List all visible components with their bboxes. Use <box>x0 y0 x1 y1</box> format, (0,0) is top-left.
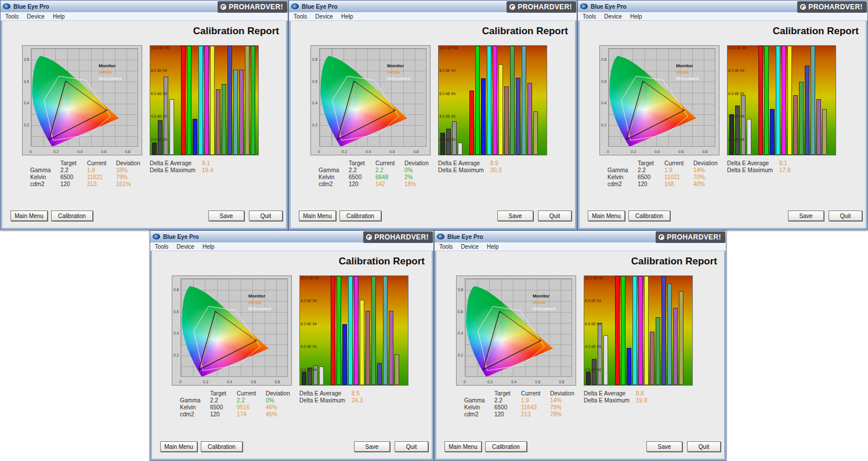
bar-axis-label: 6.0 dE 94 <box>585 322 601 326</box>
quit-button[interactable]: Quit <box>249 210 283 221</box>
bar-axis-label: 2.0 dE 94 <box>151 137 167 141</box>
main-menu-button[interactable]: Main Menu <box>444 441 482 452</box>
delta-e-bar <box>498 64 503 155</box>
cie-x-tick: 0.6 <box>251 380 256 384</box>
calibration-button[interactable]: Calibration <box>485 441 527 452</box>
client-area: Calibration Report MonitorsRGBISOcoated … <box>291 21 575 228</box>
delta-e-bar <box>586 372 591 385</box>
bar-axis-label: 10.0 dE 94 <box>728 46 746 50</box>
menu-item-help[interactable]: Help <box>630 13 642 20</box>
main-menu-button[interactable]: Main Menu <box>10 210 48 221</box>
delta-e-bar <box>793 95 798 155</box>
cie-x-tick: 0 <box>464 380 466 384</box>
bar-axis-label: 4.0 dE 94 <box>728 114 744 118</box>
menu-item-help[interactable]: Help <box>202 244 215 250</box>
cie-y-tick: 0.2 <box>312 123 317 127</box>
kelvin-target: 6500 <box>60 174 87 181</box>
title-bar[interactable]: Blue Eye Pro PROHARDVER! <box>289 1 577 12</box>
delta-e-bar <box>533 111 538 155</box>
cie-y-tick: 0.2 <box>173 353 179 357</box>
save-button[interactable]: Save <box>497 210 533 221</box>
legend-srgb: sRGB <box>387 69 410 75</box>
menu-item-device[interactable]: Device <box>604 13 622 20</box>
delta-e-bar <box>656 317 660 385</box>
main-menu-button[interactable]: Main Menu <box>588 210 625 221</box>
cie-y-tick: 0.8 <box>173 288 179 292</box>
delta-e-bar <box>621 276 625 385</box>
bar-axis-label: 10.0 dE 94 <box>585 276 603 280</box>
menu-item-tools[interactable]: Tools <box>294 13 307 20</box>
calibration-button[interactable]: Calibration <box>339 210 381 221</box>
title-bar[interactable]: Blue Eye Pro PROHARDVER! <box>1 1 288 12</box>
cie-y-tick: 0.4 <box>173 331 179 335</box>
col-header-current: Current <box>237 390 266 397</box>
menu-item-tools[interactable]: Tools <box>155 244 168 250</box>
gamma-deviation: 0% <box>266 397 299 404</box>
title-bar[interactable]: Blue Eye Pro PROHARDVER! <box>435 231 726 242</box>
save-button[interactable]: Save <box>354 441 390 452</box>
delta-e-bar <box>510 46 515 155</box>
delta-e-bar <box>522 46 526 155</box>
main-menu-button[interactable]: Main Menu <box>160 441 197 452</box>
menu-item-help[interactable]: Help <box>341 13 353 20</box>
menu-item-tools[interactable]: Tools <box>5 13 19 20</box>
quit-button[interactable]: Quit <box>538 210 572 221</box>
save-button[interactable]: Save <box>646 441 682 452</box>
delta-e-bar <box>371 276 376 385</box>
menu-item-help[interactable]: Help <box>487 244 499 250</box>
delta-e-bar <box>251 46 255 155</box>
prohardver-label: PROHARDVER! <box>667 233 721 241</box>
cie-y-tick: 0.6 <box>312 79 317 84</box>
col-header-target: Target <box>210 390 237 397</box>
menu-item-device[interactable]: Device <box>176 244 194 250</box>
delta-e-average-value: 9.1 <box>202 160 213 167</box>
menu-item-device[interactable]: Device <box>315 13 333 20</box>
quit-button[interactable]: Quit <box>829 210 862 221</box>
menu-item-tools[interactable]: Tools <box>439 244 453 250</box>
delta-e-bar <box>319 366 324 385</box>
delta-e-bar <box>395 354 399 385</box>
delta-e-bar <box>337 276 341 385</box>
delta-e-bar <box>481 78 486 155</box>
gamma-target: 2.2 <box>60 167 87 174</box>
legend-srgb: sRGB <box>676 69 699 75</box>
kelvin-current: 9516 <box>237 404 266 411</box>
delta-e-maximum-label: Delta E Maximum <box>727 167 779 174</box>
app-eye-icon <box>437 234 444 239</box>
cie-x-tick: 0.8 <box>274 380 280 384</box>
delta-e-bar <box>440 133 445 155</box>
save-button[interactable]: Save <box>208 210 244 221</box>
report-title: Calibration Report <box>193 26 279 37</box>
menu-item-help[interactable]: Help <box>53 13 65 20</box>
main-menu-button[interactable]: Main Menu <box>299 210 336 221</box>
title-bar[interactable]: Blue Eye Pro PROHARDVER! <box>578 1 867 12</box>
title-bar[interactable]: Blue Eye Pro PROHARDVER! <box>150 231 433 242</box>
col-header-target: Target <box>494 390 521 397</box>
delta-e-bar <box>735 106 740 155</box>
cie-x-tick: 0.4 <box>77 150 82 154</box>
client-area: Calibration Report MonitorsRGBISOcoated … <box>152 251 432 459</box>
delta-e-bar <box>679 291 683 385</box>
delta-e-bar <box>487 46 491 155</box>
calibration-button[interactable]: Calibration <box>201 441 243 452</box>
kelvin-deviation: 46% <box>266 404 299 411</box>
save-button[interactable]: Save <box>788 210 824 221</box>
delta-e-bar <box>389 311 393 385</box>
menu-item-device[interactable]: Device <box>461 244 479 250</box>
prohardver-badge: PROHARDVER! <box>363 231 433 243</box>
bar-axis-label: 2.0 dE 94 <box>301 368 317 372</box>
menu-item-tools[interactable]: Tools <box>583 13 596 20</box>
menu-item-device[interactable]: Device <box>27 13 45 20</box>
delta-e-bar <box>527 83 532 155</box>
cie-legend: MonitorsRGBISOcoated <box>387 63 410 82</box>
cie-chromaticity-diagram: MonitorsRGBISOcoated 0.80.60.40.200.20.4… <box>310 45 431 155</box>
prohardver-logo-icon <box>659 234 664 240</box>
app-window: Blue Eye Pro PROHARDVER! ToolsDeviceHelp… <box>577 0 868 230</box>
calibration-button[interactable]: Calibration <box>51 210 93 221</box>
calibration-button[interactable]: Calibration <box>628 210 670 221</box>
quit-button[interactable]: Quit <box>395 441 428 452</box>
quit-button[interactable]: Quit <box>687 441 721 452</box>
col-header-current: Current <box>375 160 404 167</box>
delta-e-bar <box>342 324 347 385</box>
delta-e-bar <box>650 332 654 385</box>
